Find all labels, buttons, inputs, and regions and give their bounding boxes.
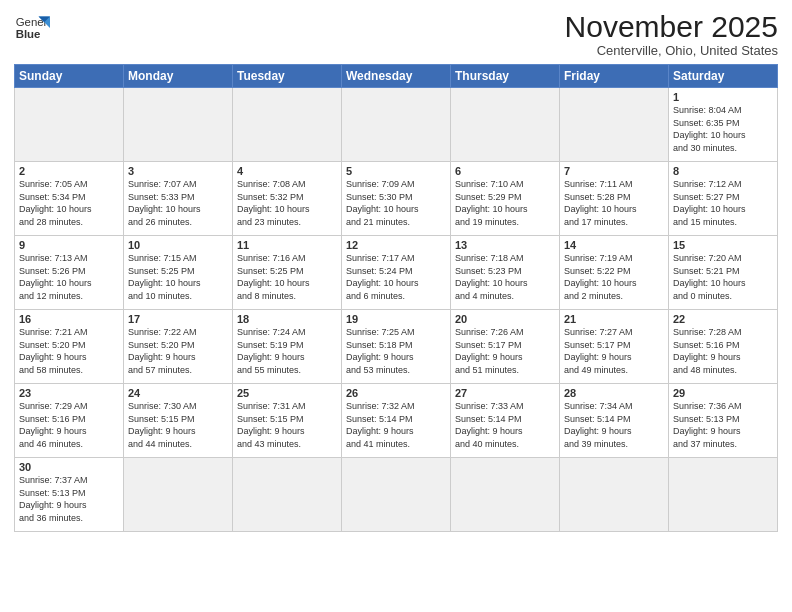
calendar-day-cell: 10Sunrise: 7:15 AM Sunset: 5:25 PM Dayli… — [124, 236, 233, 310]
calendar-day-cell: 27Sunrise: 7:33 AM Sunset: 5:14 PM Dayli… — [451, 384, 560, 458]
calendar-day-cell — [124, 458, 233, 532]
calendar-day-cell — [233, 458, 342, 532]
calendar-week-row: 1Sunrise: 8:04 AM Sunset: 6:35 PM Daylig… — [15, 88, 778, 162]
calendar-day-cell: 16Sunrise: 7:21 AM Sunset: 5:20 PM Dayli… — [15, 310, 124, 384]
day-number: 22 — [673, 313, 773, 325]
day-info: Sunrise: 7:17 AM Sunset: 5:24 PM Dayligh… — [346, 252, 446, 302]
day-info: Sunrise: 7:11 AM Sunset: 5:28 PM Dayligh… — [564, 178, 664, 228]
day-number: 3 — [128, 165, 228, 177]
day-number: 11 — [237, 239, 337, 251]
calendar-day-cell: 19Sunrise: 7:25 AM Sunset: 5:18 PM Dayli… — [342, 310, 451, 384]
day-info: Sunrise: 7:13 AM Sunset: 5:26 PM Dayligh… — [19, 252, 119, 302]
calendar-week-row: 30Sunrise: 7:37 AM Sunset: 5:13 PM Dayli… — [15, 458, 778, 532]
day-info: Sunrise: 7:08 AM Sunset: 5:32 PM Dayligh… — [237, 178, 337, 228]
calendar-day-cell — [342, 88, 451, 162]
day-number: 13 — [455, 239, 555, 251]
day-info: Sunrise: 7:19 AM Sunset: 5:22 PM Dayligh… — [564, 252, 664, 302]
day-info: Sunrise: 7:20 AM Sunset: 5:21 PM Dayligh… — [673, 252, 773, 302]
day-info: Sunrise: 7:29 AM Sunset: 5:16 PM Dayligh… — [19, 400, 119, 450]
day-number: 21 — [564, 313, 664, 325]
generalblue-logo-icon: General Blue — [14, 10, 50, 46]
weekday-header-row: SundayMondayTuesdayWednesdayThursdayFrid… — [15, 65, 778, 88]
day-number: 25 — [237, 387, 337, 399]
calendar-day-cell: 13Sunrise: 7:18 AM Sunset: 5:23 PM Dayli… — [451, 236, 560, 310]
header: General Blue November 2025 Centerville, … — [14, 10, 778, 58]
logo: General Blue — [14, 10, 50, 46]
calendar-day-cell: 8Sunrise: 7:12 AM Sunset: 5:27 PM Daylig… — [669, 162, 778, 236]
calendar-day-cell — [342, 458, 451, 532]
svg-text:Blue: Blue — [16, 28, 41, 40]
weekday-header-friday: Friday — [560, 65, 669, 88]
day-info: Sunrise: 7:26 AM Sunset: 5:17 PM Dayligh… — [455, 326, 555, 376]
day-number: 9 — [19, 239, 119, 251]
day-info: Sunrise: 7:37 AM Sunset: 5:13 PM Dayligh… — [19, 474, 119, 524]
calendar-day-cell: 26Sunrise: 7:32 AM Sunset: 5:14 PM Dayli… — [342, 384, 451, 458]
day-number: 14 — [564, 239, 664, 251]
calendar-week-row: 2Sunrise: 7:05 AM Sunset: 5:34 PM Daylig… — [15, 162, 778, 236]
calendar-day-cell — [124, 88, 233, 162]
day-info: Sunrise: 7:18 AM Sunset: 5:23 PM Dayligh… — [455, 252, 555, 302]
day-info: Sunrise: 7:27 AM Sunset: 5:17 PM Dayligh… — [564, 326, 664, 376]
calendar-day-cell: 23Sunrise: 7:29 AM Sunset: 5:16 PM Dayli… — [15, 384, 124, 458]
day-number: 29 — [673, 387, 773, 399]
day-number: 10 — [128, 239, 228, 251]
day-number: 5 — [346, 165, 446, 177]
day-number: 4 — [237, 165, 337, 177]
day-info: Sunrise: 7:12 AM Sunset: 5:27 PM Dayligh… — [673, 178, 773, 228]
day-info: Sunrise: 7:31 AM Sunset: 5:15 PM Dayligh… — [237, 400, 337, 450]
day-number: 19 — [346, 313, 446, 325]
weekday-header-saturday: Saturday — [669, 65, 778, 88]
day-info: Sunrise: 7:24 AM Sunset: 5:19 PM Dayligh… — [237, 326, 337, 376]
calendar-day-cell: 17Sunrise: 7:22 AM Sunset: 5:20 PM Dayli… — [124, 310, 233, 384]
weekday-header-thursday: Thursday — [451, 65, 560, 88]
calendar-day-cell — [451, 88, 560, 162]
day-number: 16 — [19, 313, 119, 325]
day-info: Sunrise: 7:22 AM Sunset: 5:20 PM Dayligh… — [128, 326, 228, 376]
day-info: Sunrise: 7:16 AM Sunset: 5:25 PM Dayligh… — [237, 252, 337, 302]
weekday-header-monday: Monday — [124, 65, 233, 88]
calendar-day-cell: 29Sunrise: 7:36 AM Sunset: 5:13 PM Dayli… — [669, 384, 778, 458]
day-info: Sunrise: 7:36 AM Sunset: 5:13 PM Dayligh… — [673, 400, 773, 450]
calendar-day-cell: 3Sunrise: 7:07 AM Sunset: 5:33 PM Daylig… — [124, 162, 233, 236]
calendar-day-cell: 12Sunrise: 7:17 AM Sunset: 5:24 PM Dayli… — [342, 236, 451, 310]
page: General Blue November 2025 Centerville, … — [0, 0, 792, 612]
day-number: 7 — [564, 165, 664, 177]
day-number: 8 — [673, 165, 773, 177]
calendar-day-cell: 9Sunrise: 7:13 AM Sunset: 5:26 PM Daylig… — [15, 236, 124, 310]
calendar-day-cell — [560, 88, 669, 162]
calendar-day-cell: 11Sunrise: 7:16 AM Sunset: 5:25 PM Dayli… — [233, 236, 342, 310]
day-info: Sunrise: 8:04 AM Sunset: 6:35 PM Dayligh… — [673, 104, 773, 154]
day-info: Sunrise: 7:15 AM Sunset: 5:25 PM Dayligh… — [128, 252, 228, 302]
day-number: 18 — [237, 313, 337, 325]
day-number: 15 — [673, 239, 773, 251]
calendar-day-cell — [15, 88, 124, 162]
calendar-day-cell: 4Sunrise: 7:08 AM Sunset: 5:32 PM Daylig… — [233, 162, 342, 236]
day-number: 12 — [346, 239, 446, 251]
weekday-header-wednesday: Wednesday — [342, 65, 451, 88]
day-info: Sunrise: 7:25 AM Sunset: 5:18 PM Dayligh… — [346, 326, 446, 376]
calendar-day-cell: 2Sunrise: 7:05 AM Sunset: 5:34 PM Daylig… — [15, 162, 124, 236]
title-block: November 2025 Centerville, Ohio, United … — [565, 10, 778, 58]
day-info: Sunrise: 7:33 AM Sunset: 5:14 PM Dayligh… — [455, 400, 555, 450]
calendar-day-cell — [669, 458, 778, 532]
calendar-day-cell: 21Sunrise: 7:27 AM Sunset: 5:17 PM Dayli… — [560, 310, 669, 384]
day-number: 28 — [564, 387, 664, 399]
day-info: Sunrise: 7:28 AM Sunset: 5:16 PM Dayligh… — [673, 326, 773, 376]
day-number: 1 — [673, 91, 773, 103]
calendar-day-cell — [560, 458, 669, 532]
day-number: 24 — [128, 387, 228, 399]
calendar-week-row: 16Sunrise: 7:21 AM Sunset: 5:20 PM Dayli… — [15, 310, 778, 384]
day-info: Sunrise: 7:34 AM Sunset: 5:14 PM Dayligh… — [564, 400, 664, 450]
weekday-header-tuesday: Tuesday — [233, 65, 342, 88]
calendar-day-cell: 30Sunrise: 7:37 AM Sunset: 5:13 PM Dayli… — [15, 458, 124, 532]
calendar-week-row: 23Sunrise: 7:29 AM Sunset: 5:16 PM Dayli… — [15, 384, 778, 458]
day-number: 17 — [128, 313, 228, 325]
calendar-title: November 2025 — [565, 10, 778, 43]
calendar-day-cell: 20Sunrise: 7:26 AM Sunset: 5:17 PM Dayli… — [451, 310, 560, 384]
calendar-day-cell: 15Sunrise: 7:20 AM Sunset: 5:21 PM Dayli… — [669, 236, 778, 310]
day-info: Sunrise: 7:09 AM Sunset: 5:30 PM Dayligh… — [346, 178, 446, 228]
calendar-day-cell: 18Sunrise: 7:24 AM Sunset: 5:19 PM Dayli… — [233, 310, 342, 384]
day-info: Sunrise: 7:32 AM Sunset: 5:14 PM Dayligh… — [346, 400, 446, 450]
calendar-day-cell — [451, 458, 560, 532]
day-info: Sunrise: 7:07 AM Sunset: 5:33 PM Dayligh… — [128, 178, 228, 228]
